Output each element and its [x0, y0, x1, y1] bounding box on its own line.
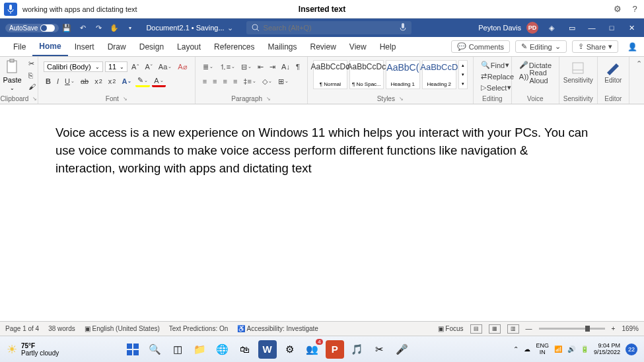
line-spacing-icon[interactable]: ‡≡ ⌄ [241, 77, 258, 86]
battery-icon[interactable]: 🔋 [581, 345, 589, 353]
teams-icon[interactable]: 👥4 [303, 340, 322, 359]
save-icon[interactable]: 💾 [61, 24, 72, 32]
word-count[interactable]: 38 words [48, 325, 75, 332]
indent-icon[interactable]: ⇥ [268, 62, 277, 72]
search-input[interactable] [264, 24, 396, 32]
toggle-switch[interactable] [40, 24, 55, 32]
tab-help[interactable]: Help [373, 37, 403, 56]
mic-icon[interactable] [400, 23, 406, 32]
tab-draw[interactable]: Draw [101, 37, 133, 56]
align-right-icon[interactable]: ≡ [221, 77, 229, 86]
tray-chevron-icon[interactable]: ⌃ [513, 345, 519, 353]
tab-review[interactable]: Review [304, 37, 343, 56]
web-layout-icon[interactable]: ▥ [507, 324, 519, 334]
help-icon[interactable]: ? [629, 4, 640, 15]
clipboard-launcher[interactable]: ↘ [32, 96, 37, 102]
tab-home[interactable]: Home [32, 37, 67, 56]
bullets-icon[interactable]: ≣ ⌄ [201, 62, 215, 72]
ribbon-options-icon[interactable]: ▭ [565, 24, 579, 32]
select-button[interactable]: ▷ Select ▾ [479, 83, 514, 92]
paste-button[interactable]: Paste ⌄ [0, 57, 24, 92]
focus-button[interactable]: ▣ Focus [438, 325, 464, 332]
language-indicator[interactable]: ENGIN [536, 343, 549, 356]
close-button[interactable]: ✕ [624, 24, 639, 32]
maximize-button[interactable]: □ [604, 24, 619, 32]
font-size-select[interactable]: 11⌄ [105, 61, 127, 72]
page-status[interactable]: Page 1 of 4 [5, 325, 39, 332]
superscript-button[interactable]: x2 [106, 77, 118, 86]
multilevel-icon[interactable]: ⊟ ⌄ [239, 62, 254, 72]
text-effects-icon[interactable]: A ⌄ [120, 77, 133, 86]
user-name[interactable]: Peyton Davis [478, 24, 521, 32]
minimize-button[interactable]: — [585, 24, 599, 32]
search-box[interactable] [246, 21, 411, 34]
font-name-select[interactable]: Calibri (Body)⌄ [44, 61, 103, 72]
edge-icon[interactable]: 🌐 [213, 340, 232, 359]
sort-icon[interactable]: A↓ [279, 62, 292, 71]
italic-button[interactable]: I [55, 77, 61, 86]
document-area[interactable]: Voice access is a new experience on Wind… [0, 104, 644, 321]
redo-icon[interactable]: ↷ [93, 24, 104, 32]
store-icon[interactable]: 🛍 [236, 340, 254, 359]
autosave-toggle[interactable]: AutoSave [5, 24, 59, 32]
weather-icon[interactable]: ☀ [7, 342, 17, 357]
tab-file[interactable]: File [7, 37, 32, 56]
zoom-out-icon[interactable]: — [526, 325, 532, 332]
change-case-icon[interactable]: Aa ⌄ [157, 62, 174, 71]
comments-button[interactable]: 💬 Comments [451, 40, 510, 53]
justify-icon[interactable]: ≡ [231, 77, 239, 86]
find-button[interactable]: 🔍 Find ▾ [479, 60, 511, 70]
editor-button[interactable]: Editor [603, 59, 624, 85]
shrink-font-icon[interactable]: Aˇ [143, 62, 154, 71]
format-painter-icon[interactable]: 🖌 [26, 82, 38, 91]
zoom-level[interactable]: 169% [622, 325, 639, 332]
style-normal[interactable]: AaBbCcDc¶ Normal [313, 60, 347, 89]
tab-insert[interactable]: Insert [68, 37, 101, 56]
style-no-spacing[interactable]: AaBbCcDc¶ No Spac... [349, 60, 384, 89]
start-button[interactable] [124, 340, 142, 359]
strike-button[interactable]: ab [79, 77, 90, 86]
style-heading2[interactable]: AaBbCcDHeading 2 [422, 60, 456, 89]
powerpoint-icon[interactable]: P [326, 340, 344, 359]
groove-icon[interactable]: 🎵 [348, 340, 367, 359]
share-button[interactable]: ⇪ Share ▾ [572, 40, 618, 53]
align-center-icon[interactable]: ≡ [211, 77, 219, 86]
volume-icon[interactable]: 🔊 [567, 345, 575, 353]
accessibility-status[interactable]: ♿ Accessibility: Investigate [237, 325, 318, 332]
tab-design[interactable]: Design [133, 37, 170, 56]
profile-icon[interactable]: 👤 [627, 42, 637, 52]
clock[interactable]: 9:04 PM9/15/2022 [594, 343, 620, 356]
snip-icon[interactable]: ✂ [371, 340, 389, 359]
font-color-icon[interactable]: A ⌄ [152, 76, 165, 87]
gear-icon[interactable]: ⚙ [612, 4, 623, 15]
zoom-in-icon[interactable]: + [612, 325, 616, 332]
document-name[interactable]: Document2.1 • Saving...⌄ [146, 24, 233, 32]
collapse-ribbon-icon[interactable]: ⌃ [629, 57, 644, 104]
highlight-icon[interactable]: ✎ ⌄ [135, 75, 150, 87]
align-left-icon[interactable]: ≡ [201, 77, 209, 86]
notification-badge[interactable]: 22 [626, 344, 637, 355]
borders-icon[interactable]: ⊞ ⌄ [276, 77, 291, 87]
shading-icon[interactable]: ◇ ⌄ [260, 77, 274, 87]
language-status[interactable]: ▣ English (United States) [85, 325, 160, 332]
tab-mailings[interactable]: Mailings [261, 37, 303, 56]
qat-dropdown-icon[interactable]: ▾ [125, 25, 135, 31]
editing-mode-button[interactable]: ✎ Editing ⌄ [515, 40, 567, 53]
zoom-slider[interactable] [539, 328, 605, 330]
task-view-icon[interactable]: ◫ [168, 340, 187, 359]
font-launcher[interactable]: ↘ [123, 96, 127, 102]
style-heading1[interactable]: AaBbC(Heading 1 [386, 60, 420, 89]
wifi-icon[interactable]: 📶 [554, 345, 562, 353]
outdent-icon[interactable]: ⇤ [256, 62, 266, 72]
tab-view[interactable]: View [343, 37, 373, 56]
predictions-status[interactable]: Text Predictions: On [169, 325, 228, 332]
search-taskbar-icon[interactable]: 🔍 [146, 340, 164, 359]
onedrive-icon[interactable]: ☁ [524, 345, 530, 353]
styles-launcher[interactable]: ↘ [399, 96, 404, 102]
print-layout-icon[interactable]: ▦ [489, 324, 501, 334]
tab-layout[interactable]: Layout [170, 37, 207, 56]
underline-button[interactable]: U ⌄ [63, 77, 77, 86]
avatar[interactable]: PD [526, 22, 538, 34]
numbering-icon[interactable]: ⒈≡ ⌄ [217, 61, 237, 73]
diamond-icon[interactable]: ◈ [546, 24, 557, 32]
